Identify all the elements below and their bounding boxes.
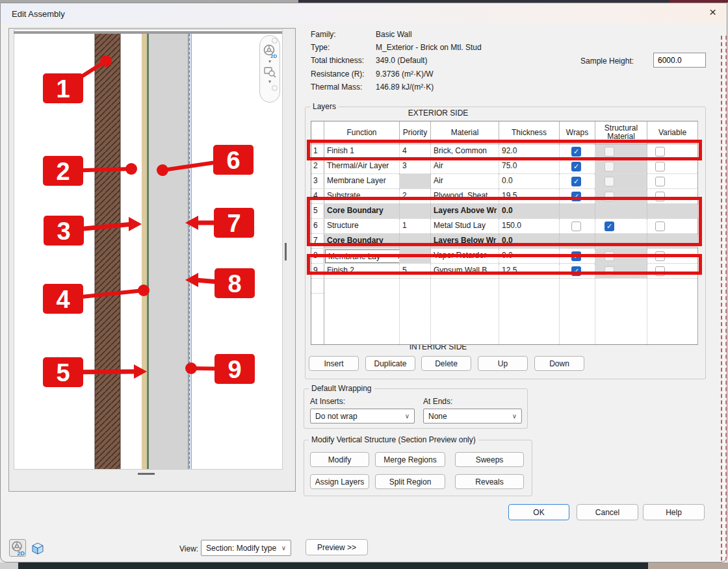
at-ends-value: None	[428, 412, 447, 421]
cell-structural[interactable]	[595, 159, 647, 173]
row-highlight-annotation	[307, 254, 702, 275]
empty-number-cell	[311, 281, 324, 294]
info-label: Thermal Mass:	[311, 82, 376, 92]
zoom-region-icon[interactable]	[263, 64, 277, 79]
cell-variable[interactable]	[647, 159, 698, 173]
default-wrapping-label: Default Wrapping	[309, 384, 374, 393]
empty-cell	[324, 279, 400, 344]
info-value: 349.0 (Default)	[376, 56, 590, 65]
preview-2d-mode-button[interactable]: 2D	[9, 539, 26, 557]
cell-priority[interactable]	[400, 174, 431, 188]
at-inserts-label: At Inserts:	[310, 397, 345, 406]
titlebar	[1, 3, 727, 24]
preview-toggle-button[interactable]: Preview >>	[306, 539, 368, 555]
table-empty-area	[311, 279, 697, 344]
wheel-menu-chevron-icon[interactable]: ▾	[268, 58, 271, 64]
merge-regions-button[interactable]: Merge Regions	[375, 452, 445, 467]
checkbox-unchecked[interactable]	[655, 177, 665, 186]
ok-button[interactable]: OK	[508, 504, 569, 520]
cancel-button[interactable]: Cancel	[577, 504, 638, 520]
cell-num: 3	[311, 174, 324, 188]
layers-group-label: Layers	[310, 102, 339, 111]
split-region-button[interactable]: Split Region	[375, 474, 445, 489]
preview-vertical-scrollbar[interactable]	[285, 243, 287, 260]
chevron-down-icon: ∨	[512, 412, 517, 420]
steering-wheel-2d-icon: 2D	[10, 540, 25, 556]
assign-layers-button[interactable]: Assign Layers	[310, 474, 369, 489]
insert-button[interactable]: Insert	[309, 356, 359, 371]
checkbox-checked[interactable]: ✓	[571, 162, 581, 171]
empty-cell	[499, 279, 560, 344]
duplicate-button[interactable]: Duplicate	[365, 356, 415, 371]
empty-cell	[311, 279, 324, 344]
cell-thickness[interactable]: 0.0	[499, 174, 560, 188]
cell-function[interactable]: Thermal/Air Layer	[324, 159, 400, 173]
cell-material[interactable]: Air	[431, 174, 499, 188]
down-button[interactable]: Down	[534, 356, 584, 371]
close-button[interactable]: ×	[709, 7, 716, 18]
edit-assembly-screenshot: Edit Assembly × 123456789 2D ▾ ▾ Sample …	[0, 0, 728, 569]
at-inserts-select[interactable]: Do not wrap ∨	[310, 409, 415, 424]
dialog-title: Edit Assembly	[12, 9, 65, 19]
modify-vertical-label: Modify Vertical Structure (Section Previ…	[309, 435, 478, 444]
empty-cell	[647, 279, 698, 344]
table-row[interactable]: 2Thermal/Air Layer3Air75.0✓	[311, 159, 697, 174]
at-ends-select[interactable]: None ∨	[423, 409, 522, 424]
cell-material[interactable]: Air	[431, 159, 499, 173]
sample-height-input[interactable]	[653, 53, 706, 68]
info-value: 9.3736 (m²·K)/W	[376, 70, 590, 79]
exterior-side-label: EXTERIOR SIDE	[311, 108, 566, 118]
checkbox-checked[interactable]: ✓	[571, 177, 581, 186]
section-preview-canvas[interactable]	[14, 29, 283, 470]
info-label: Type:	[311, 43, 376, 52]
empty-cell	[560, 279, 595, 344]
cell-variable[interactable]	[647, 174, 698, 188]
table-row[interactable]: 3Membrane LayerAir0.0✓	[311, 174, 697, 189]
info-label: Total thickness:	[311, 56, 376, 65]
reveals-button[interactable]: Reveals	[455, 474, 524, 489]
checkbox-unchecked[interactable]	[655, 162, 665, 171]
cell-function[interactable]: Membrane Layer	[324, 174, 400, 188]
checkbox-unchecked[interactable]	[604, 162, 614, 171]
row-highlight-annotation	[307, 197, 702, 246]
zoom-menu-chevron-icon[interactable]: ▾	[268, 79, 271, 84]
toolbar-grip-dot	[272, 38, 278, 44]
empty-cell	[595, 279, 647, 344]
info-label: Resistance (R):	[311, 70, 376, 79]
cell-wraps[interactable]: ✓	[560, 159, 595, 173]
checkbox-unchecked[interactable]	[604, 177, 614, 186]
steering-wheel-2d-icon[interactable]: 2D	[263, 44, 277, 58]
info-value: M_Exterior - Brick on Mtl. Stud	[376, 43, 590, 52]
cell-thickness[interactable]: 75.0	[499, 159, 560, 173]
svg-text:2D: 2D	[18, 550, 25, 556]
at-ends-label: At Ends:	[423, 397, 452, 406]
row-highlight-annotation	[307, 140, 702, 160]
background-app-strip-bottom	[0, 563, 728, 569]
sweeps-button[interactable]: Sweeps	[455, 452, 524, 467]
delete-button[interactable]: Delete	[421, 356, 471, 371]
view-select[interactable]: Section: Modify type ∨	[201, 540, 291, 556]
svg-text:2D: 2D	[270, 53, 277, 58]
empty-cell	[431, 279, 499, 344]
annotation-dashed-edge-line	[721, 36, 727, 561]
view-select-value: Section: Modify type	[206, 544, 276, 553]
info-value: Basic Wall	[376, 30, 590, 39]
toolbar-grip-dot	[272, 85, 278, 91]
cell-priority[interactable]: 3	[400, 159, 431, 173]
cell-structural[interactable]	[595, 174, 647, 188]
empty-cell	[400, 279, 431, 344]
modify-button[interactable]: Modify	[310, 452, 369, 467]
cell-num: 2	[311, 159, 324, 173]
chevron-down-icon: ∨	[405, 412, 410, 420]
cube-3d-icon	[30, 540, 46, 556]
info-value: 146.89 kJ/(m²·K)	[376, 82, 590, 92]
view-navigation-toolbar[interactable]: 2D ▾ ▾	[259, 35, 280, 103]
cell-wraps[interactable]: ✓	[560, 174, 595, 188]
view-label: View:	[179, 544, 198, 553]
preview-horizontal-scrollbar[interactable]	[138, 473, 155, 475]
chevron-down-icon: ∨	[281, 544, 286, 551]
info-label: Family:	[311, 30, 376, 39]
up-button[interactable]: Up	[478, 356, 528, 371]
help-button[interactable]: Help	[643, 504, 705, 520]
preview-3d-mode-button[interactable]	[29, 539, 46, 557]
